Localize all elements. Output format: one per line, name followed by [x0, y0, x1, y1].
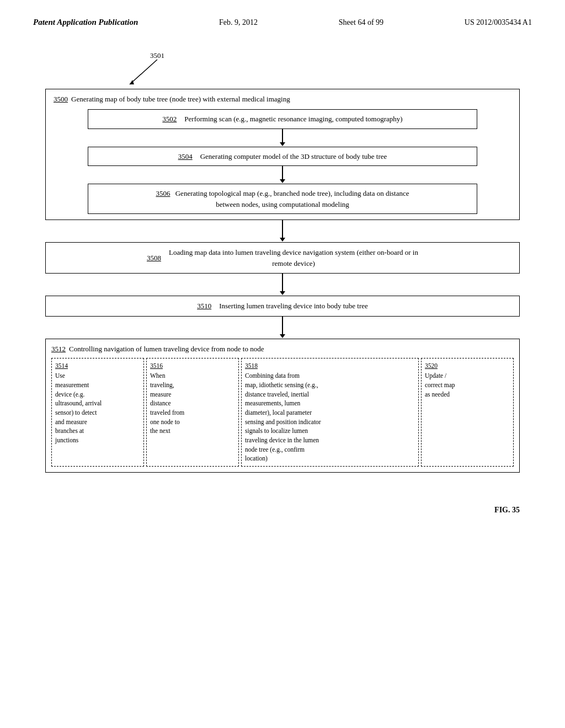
- diagonal-arrow-svg: [127, 57, 237, 93]
- dashed-boxes-row: 3514 Usemeasurementdevice (e.g.ultrasoun…: [51, 358, 514, 467]
- ref-3514: 3514: [55, 361, 140, 371]
- sheet-info: Sheet 64 of 99: [339, 18, 383, 27]
- dashed-box-3518: 3518 Combining data frommap, idiothetic …: [241, 358, 419, 467]
- box-3510: 3510 Inserting lumen traveling device in…: [45, 296, 520, 317]
- box-3502: 3502 Performing scan (e.g., magnetic res…: [88, 109, 477, 129]
- page-header: Patent Application Publication Feb. 9, 2…: [0, 0, 565, 27]
- box-3506: 3506 Generating topological map (e.g., b…: [88, 184, 477, 214]
- inner-section: 3502 Performing scan (e.g., magnetic res…: [54, 109, 511, 214]
- ref-3500: 3500: [54, 95, 68, 104]
- ref-3516: 3516: [150, 361, 235, 371]
- ref-3502: 3502: [162, 114, 177, 125]
- ref-3506: 3506: [156, 189, 170, 197]
- control-text: Controlling navigation of lumen travelin…: [69, 345, 264, 354]
- ref-3510: 3510: [197, 301, 211, 312]
- ref-3508: 3508: [147, 253, 161, 264]
- control-box-3512: 3512 Controlling navigation of lumen tra…: [45, 339, 520, 473]
- dashed-box-3520: 3520 Update /correct mapas needed: [421, 358, 514, 467]
- dashed-box-3514-text: Usemeasurementdevice (e.g.ultrasound, ar…: [55, 372, 102, 443]
- publication-title: Patent Application Publication: [33, 18, 138, 27]
- outer-box-3500: 3500 Generating map of body tube tree (n…: [45, 89, 520, 220]
- dashed-box-3516: 3516 Whentraveling,measuredistancetravel…: [146, 358, 239, 467]
- dashed-box-3514: 3514 Usemeasurementdevice (e.g.ultrasoun…: [51, 358, 144, 467]
- box-3508-text: Loading map data into lumen traveling de…: [169, 247, 418, 269]
- svg-line-0: [130, 60, 157, 84]
- patent-number: US 2012/0035434 A1: [465, 18, 532, 27]
- dashed-box-3518-text: Combining data frommap, idiothetic sensi…: [245, 372, 321, 462]
- box-3508: 3508 Loading map data into lumen traveli…: [45, 242, 520, 274]
- box-3510-text: Inserting lumen traveling device into bo…: [219, 301, 368, 312]
- fig-label-container: FIG. 35: [45, 489, 520, 515]
- box-3502-text: Performing scan (e.g., magnetic resonanc…: [184, 114, 402, 125]
- publication-date: Feb. 9, 2012: [219, 18, 258, 27]
- box-3506-text: Generating topological map (e.g., branch…: [175, 189, 409, 208]
- ref-3504: 3504: [178, 151, 193, 162]
- ref-3518: 3518: [245, 361, 415, 371]
- outer-box-title: 3500 Generating map of body tube tree (n…: [54, 95, 511, 104]
- outer-box-text: Generating map of body tube tree (node t…: [71, 95, 290, 104]
- box-3504-text: Generating computer model of the 3D stru…: [200, 151, 387, 162]
- diagram-container: 3501 3500 Generating map of body tube tr…: [45, 49, 520, 515]
- dashed-box-3520-text: Update /correct mapas needed: [425, 372, 455, 397]
- page-content: 3501 3500 Generating map of body tube tr…: [0, 27, 565, 537]
- control-title: 3512 Controlling navigation of lumen tra…: [51, 345, 514, 354]
- box-3504: 3504 Generating computer model of the 3D…: [88, 147, 477, 167]
- dashed-box-3516-text: Whentraveling,measuredistancetraveled fr…: [150, 372, 184, 434]
- ref-3520: 3520: [425, 361, 510, 371]
- fig-label: FIG. 35: [494, 506, 520, 515]
- ref-3512: 3512: [51, 345, 66, 354]
